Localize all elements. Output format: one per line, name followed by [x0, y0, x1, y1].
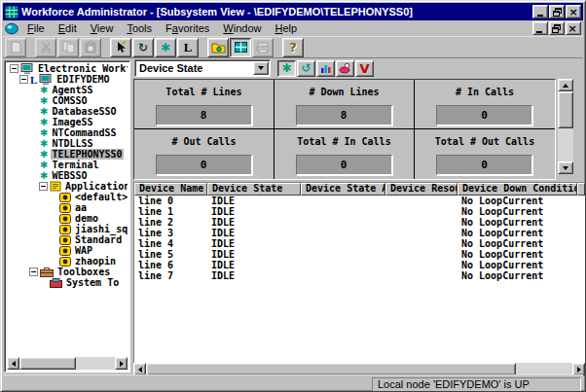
menu-file[interactable]: File: [20, 21, 52, 35]
help-icon: ?: [289, 41, 297, 53]
table-row-line-6[interactable]: line 6IDLENo LoopCurrent: [134, 260, 585, 270]
menu-window[interactable]: Window: [216, 21, 268, 35]
view-selector[interactable]: Device State: [134, 59, 271, 77]
table-row-line-1[interactable]: line 1IDLENo LoopCurrent: [134, 206, 585, 217]
statistics-button[interactable]: [316, 60, 335, 77]
table-row-line-0[interactable]: line 0IDLENo LoopCurrent: [134, 196, 585, 206]
stats-scrollbar-track[interactable]: [558, 128, 573, 161]
collapse-minus-icon[interactable]: [29, 267, 38, 276]
tree-item-databasesso[interactable]: ✱DatabaseSSO: [7, 106, 128, 117]
validate-button[interactable]: V: [355, 60, 374, 77]
tree-item-toolboxes[interactable]: Toolboxes: [7, 267, 128, 277]
column-header-partial[interactable]: [577, 183, 585, 196]
mdi-minimize-button[interactable]: [532, 21, 548, 35]
status-message: Local node 'EDIFYDEMO' is UP: [372, 377, 581, 392]
table-row-line-3[interactable]: line 3IDLENo LoopCurrent: [134, 228, 585, 238]
node-prefix: L: [30, 74, 37, 86]
collapse-minus-icon[interactable]: [19, 75, 28, 84]
tree-item-telephonyss0[interactable]: ✱TELEPHONYSS0: [7, 149, 128, 160]
tree-item-wap[interactable]: WAP: [7, 245, 128, 256]
tree-item-system-to[interactable]: System To: [7, 277, 128, 288]
stats-panel: Total # Lines8# Down Lines8# In Calls0# …: [133, 79, 556, 180]
window-title: Workforce Administrator - [Subsystem Vie…: [21, 6, 530, 18]
table-row-line-2[interactable]: line 2IDLENo LoopCurrent: [134, 217, 585, 228]
chevron-down-icon[interactable]: [253, 61, 269, 75]
menu-help[interactable]: Help: [268, 21, 304, 35]
table-row-line-4[interactable]: line 4IDLENo LoopCurrent: [134, 238, 585, 249]
tree-item-agentss[interactable]: ✱AgentSS: [7, 85, 128, 95]
refresh-view-button[interactable]: ↺: [297, 60, 315, 77]
page-icon: [11, 41, 21, 53]
scroll-right-icon[interactable]: [115, 357, 128, 370]
open-folder-button[interactable]: [207, 38, 229, 57]
tree-horizontal-scrollbar[interactable]: [7, 357, 128, 370]
close-button[interactable]: ×: [566, 5, 581, 18]
cell: line 2: [134, 217, 207, 228]
table-row-line-5[interactable]: line 5IDLENo LoopCurrent: [134, 249, 585, 260]
print-button: [252, 38, 274, 57]
tree-item-comsso[interactable]: ✱COMSSO: [7, 95, 128, 106]
mdi-close-button[interactable]: ×: [566, 21, 581, 35]
cell: [577, 238, 585, 249]
column-header-device-state[interactable]: Device State: [207, 183, 301, 196]
stats-vertical-scrollbar[interactable]: [558, 79, 573, 174]
tree-item-label: System To: [65, 277, 120, 288]
tree-item-aa[interactable]: aa: [7, 202, 128, 213]
monitor-subsystem-button[interactable]: ✱: [277, 60, 296, 77]
tree-item-demo[interactable]: demo: [7, 213, 128, 224]
pointer-button[interactable]: [110, 38, 131, 57]
cell: [301, 206, 385, 217]
stat-label: # Out Calls: [134, 136, 274, 147]
menu-tools[interactable]: Tools: [120, 21, 159, 35]
column-header-device-name[interactable]: Device Name: [134, 183, 207, 196]
subsystem-icon: ✱: [40, 150, 48, 160]
cell: [385, 196, 458, 206]
tree-item-standard[interactable]: Standard: [7, 234, 128, 245]
menu-favorites[interactable]: Favorites: [159, 21, 216, 35]
table-row-line-7[interactable]: line 7IDLENo LoopCurrent: [134, 270, 585, 281]
tree-item-default[interactable]: <default>: [7, 192, 128, 202]
cell: [385, 206, 458, 217]
minimize-button[interactable]: [532, 5, 548, 18]
paste-button: [80, 38, 101, 57]
label-view-button[interactable]: L: [177, 38, 199, 57]
subsystem-button[interactable]: ✱: [155, 38, 176, 57]
column-header-device-resou[interactable]: Device Resou...: [385, 183, 458, 196]
scroll-up-icon[interactable]: [558, 79, 573, 91]
tree-item-jiashi-sq[interactable]: jiashi_sq: [7, 224, 128, 234]
menu-view[interactable]: View: [84, 21, 121, 35]
column-header-device-state-a[interactable]: Device State A...: [301, 183, 385, 196]
subsystem-tree: Electronic WorkforLEDIFYDEMO✱AgentSS✱COM…: [7, 63, 128, 357]
folder-icon: [211, 42, 226, 53]
tree-item-imagess[interactable]: ✱ImageSS: [7, 117, 128, 127]
device-table-body: line 0IDLENo LoopCurrentline 1IDLENo Loo…: [134, 196, 585, 281]
restore-button[interactable]: [549, 5, 565, 18]
help-button[interactable]: ?: [282, 38, 304, 57]
collapse-minus-icon[interactable]: [39, 182, 48, 191]
collapse-minus-icon[interactable]: [10, 64, 18, 73]
tree-scrollbar-track[interactable]: [76, 357, 115, 370]
app-icon: [59, 193, 71, 202]
tree-item-ntdllss[interactable]: ✱NTDLLSS: [7, 138, 128, 149]
subsystem-view-button[interactable]: [230, 38, 251, 57]
stats-scrollbar-thumb[interactable]: [558, 91, 573, 128]
refresh-button[interactable]: ↻: [132, 38, 154, 57]
tree-item-ntcommandss[interactable]: ✱NTCommandSS: [7, 127, 128, 138]
tree-item-application[interactable]: Application: [7, 181, 128, 192]
menu-edit[interactable]: Edit: [52, 21, 84, 35]
stat-label: Total # In Calls: [275, 136, 414, 147]
cell: IDLE: [207, 260, 301, 270]
tree-item-electronic-workfor[interactable]: Electronic Workfor: [7, 63, 128, 74]
scroll-down-icon[interactable]: [558, 161, 573, 174]
inspect-button[interactable]: [336, 60, 354, 77]
paste-icon: [85, 41, 96, 53]
mdi-restore-button[interactable]: [549, 21, 565, 35]
tree-item-edifydemo[interactable]: LEDIFYDEMO: [7, 74, 128, 85]
scroll-left-icon[interactable]: [7, 357, 19, 370]
tree-item-zhaopin[interactable]: zhaopin: [7, 256, 128, 267]
tree-item-terminal[interactable]: ✱Terminal: [7, 160, 128, 170]
tree-item-websso[interactable]: ✱WEBSSO: [7, 170, 128, 181]
title-bar: Workforce Administrator - [Subsystem Vie…: [3, 3, 583, 20]
column-header-device-down-condition[interactable]: Device Down Condition: [458, 183, 577, 196]
tree-scrollbar-thumb[interactable]: [19, 357, 76, 370]
